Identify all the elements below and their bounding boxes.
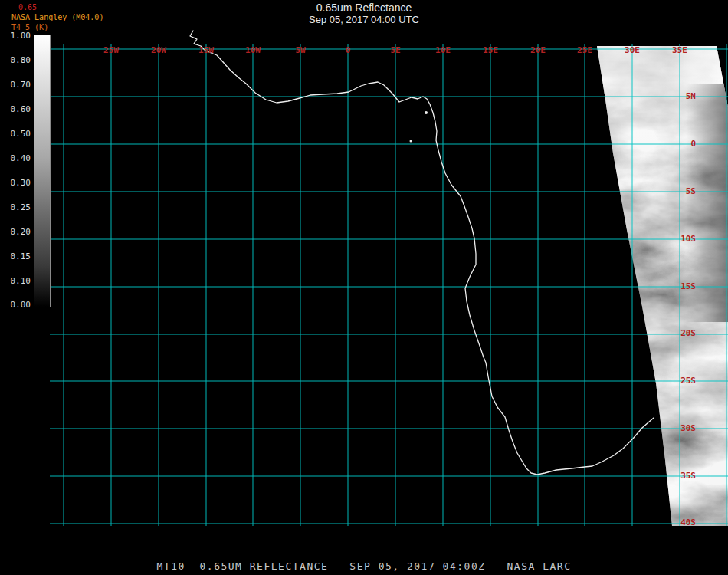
lat-label: 40S [665,518,696,527]
colorbar-tick: 0.80 [0,56,31,65]
island-bioko [425,111,428,114]
coastline [190,31,654,475]
colorbar-tick: 0.70 [0,80,31,90]
reflectance-colorbar [34,34,51,307]
lon-label: 0 [331,46,365,55]
colorbar-tick: 0.50 [0,130,31,139]
lat-label: 5S [665,187,696,196]
colorbar-tick: 0.15 [0,252,31,261]
colorbar-tick: 0.25 [0,203,31,212]
colorbar-tick: 0.30 [0,179,31,188]
lon-label: 25E [568,46,602,55]
colorbar-tick: 0.60 [0,105,31,114]
lon-label: 5E [379,46,412,55]
island-sao-tome [410,140,412,143]
lat-label: 10S [665,235,696,244]
lon-label: 35E [663,46,697,55]
colorbar-tick: 0.10 [0,277,31,286]
lon-label: 30E [615,46,649,55]
lon-label: 10W [236,46,270,55]
colorbar-tick: 0.00 [0,301,31,310]
lat-label: 35S [665,472,696,481]
colorbar-tick: 0.20 [0,228,31,237]
channel-label: 0.65 [18,3,37,12]
lon-label: 15E [474,46,507,55]
lon-label: 20E [521,46,555,55]
lon-label: 15W [189,46,223,55]
plot-title: 0.65um Reflectance [0,2,728,14]
lon-label: 25W [94,46,128,55]
map-canvas [0,0,728,575]
lat-label: 20S [665,329,696,338]
lat-label: 15S [665,282,696,291]
lat-label: 0 [665,140,696,149]
plot-datetime: Sep 05, 2017 04:00 UTC [0,14,728,25]
colorbar-tick: 1.00 [0,31,31,41]
lon-label: 5W [284,46,317,55]
plot-title-block: 0.65um Reflectance Sep 05, 2017 04:00 UT… [0,2,728,25]
lon-label: 10E [426,46,460,55]
lat-label: 5N [665,92,696,101]
lat-label: 25S [665,376,696,386]
footer-caption: MT10 0.65UM REFLECTANCE SEP 05, 2017 04:… [0,560,728,572]
source-label: NASA Langley (M04.0) [11,13,103,22]
lon-label: 20W [142,46,175,55]
satellite-reflectance-plot: 0.65um Reflectance Sep 05, 2017 04:00 UT… [0,0,728,575]
colorbar-tick: 0.40 [0,154,31,163]
lat-label: 30S [665,424,696,433]
